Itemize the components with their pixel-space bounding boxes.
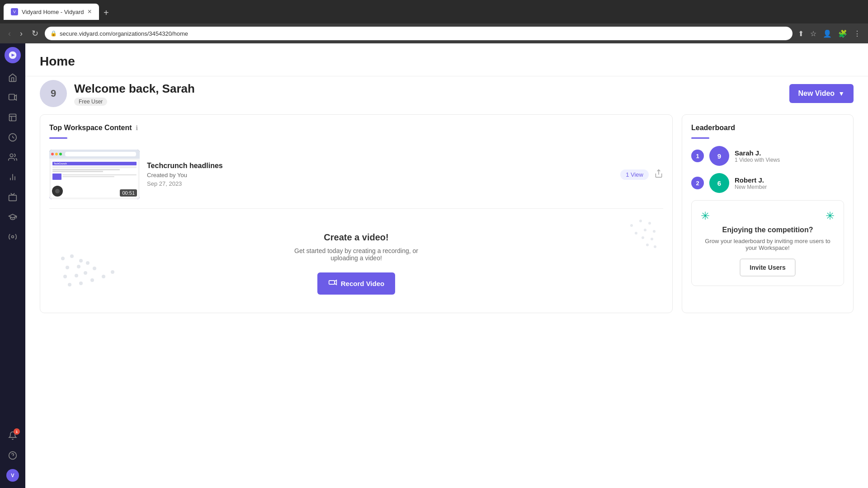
video-thumbnail[interactable]: TechCrunch	[49, 150, 140, 199]
active-tab[interactable]: V Vidyard Home - Vidyard ×	[4, 4, 99, 20]
refresh-button[interactable]: ↻	[29, 27, 41, 40]
sidebar-item-channels[interactable]	[4, 188, 22, 206]
new-video-button[interactable]: New Video ▼	[789, 84, 854, 103]
integrations-icon	[8, 232, 17, 241]
profile-button[interactable]: 👤	[821, 28, 834, 40]
notification-badge: 1	[14, 428, 20, 435]
welcome-section: 9 Welcome back, Sarah Free User New Vide…	[25, 80, 868, 114]
video-title[interactable]: Techcrunch headlines	[147, 162, 613, 170]
svg-point-10	[10, 154, 13, 157]
video-actions: 1 View	[620, 169, 663, 180]
insights-icon	[8, 173, 17, 182]
video-date: Sep 27, 2023	[147, 180, 613, 187]
leaderboard-header: Leaderboard	[691, 124, 844, 132]
share-icon[interactable]	[654, 169, 663, 180]
sidebar-item-library[interactable]	[4, 108, 22, 127]
sidebar-item-integrations[interactable]	[4, 228, 22, 246]
welcome-left: 9 Welcome back, Sarah Free User	[40, 80, 195, 107]
cards-row: Top Workspace Content ℹ	[25, 114, 868, 313]
record-video-button[interactable]: Record Video	[317, 272, 395, 295]
sidebar-item-help[interactable]	[4, 446, 22, 465]
analytics-icon	[8, 133, 17, 142]
address-bar[interactable]: 🔒 secure.vidyard.com/organizations/34543…	[45, 27, 793, 40]
user-avatar-small: V	[6, 469, 19, 482]
svg-point-38	[644, 229, 646, 231]
competition-emojis: ✳ ✳	[701, 210, 835, 222]
svg-line-9	[13, 137, 14, 138]
svg-point-21	[79, 259, 83, 263]
page-header: Home	[25, 43, 868, 76]
courses-icon	[8, 212, 17, 221]
svg-point-24	[86, 261, 90, 265]
video-creator: Created by You	[147, 172, 613, 178]
tab-title: Vidyard Home - Vidyard	[22, 9, 84, 15]
svg-point-26	[75, 274, 78, 277]
svg-point-19	[61, 257, 65, 260]
svg-point-23	[77, 265, 80, 268]
sidebar-item-videos[interactable]	[4, 89, 22, 107]
video-item: TechCrunch	[49, 146, 663, 203]
leaderboard-item-1: 1 9 Sarah J. 1 Video with Views	[691, 146, 844, 166]
leaderboard-user-name-2: Robert J.	[735, 176, 767, 184]
record-video-label: Record Video	[341, 280, 384, 287]
svg-point-28	[93, 267, 96, 270]
team-icon	[8, 153, 17, 162]
video-duration: 00:51	[120, 189, 137, 197]
leaderboard-avatar-1: 9	[709, 146, 729, 166]
svg-rect-4	[9, 114, 16, 121]
info-icon[interactable]: ℹ	[136, 124, 138, 131]
extensions-button[interactable]: 🧩	[836, 28, 849, 40]
leaderboard-user-info-2: Robert J. New Member	[735, 176, 767, 190]
sidebar-item-home[interactable]	[4, 69, 22, 87]
sidebar-logo[interactable]	[5, 47, 21, 63]
library-icon	[8, 113, 17, 122]
svg-point-22	[66, 266, 69, 269]
url-text: secure.vidyard.com/organizations/3454320…	[60, 30, 188, 37]
bookmark-button[interactable]: ☆	[808, 28, 818, 40]
svg-point-27	[84, 271, 87, 275]
leaderboard-user-stat-1: 1 Video with Views	[735, 157, 780, 163]
invite-users-button[interactable]: Invite Users	[740, 258, 795, 277]
top-content-card: Top Workspace Content ℹ	[40, 114, 673, 313]
create-video-title: Create a video!	[58, 232, 654, 243]
tab-favicon: V	[11, 8, 18, 15]
record-icon	[328, 278, 337, 289]
svg-marker-3	[14, 95, 16, 100]
menu-button[interactable]: ⋮	[852, 28, 863, 40]
leaderboard-user-info-1: Sarah J. 1 Video with Views	[735, 149, 780, 163]
svg-point-25	[63, 275, 67, 278]
lock-icon: 🔒	[50, 30, 57, 37]
competition-title: Enjoying the competition?	[701, 226, 835, 234]
sidebar-item-notifications[interactable]: 1	[4, 427, 22, 445]
sidebar-item-team[interactable]	[4, 148, 22, 166]
svg-point-35	[639, 220, 642, 222]
rank-badge-2: 2	[691, 177, 704, 189]
svg-rect-44	[329, 281, 335, 284]
dots-decoration-left	[58, 249, 131, 295]
leaderboard-user-name-1: Sarah J.	[735, 149, 780, 157]
svg-marker-45	[335, 280, 336, 285]
sidebar-item-courses[interactable]	[4, 208, 22, 226]
svg-point-36	[630, 224, 633, 227]
svg-point-30	[79, 282, 83, 285]
dots-decoration-right	[613, 219, 659, 255]
new-tab-button[interactable]: +	[100, 6, 113, 20]
back-button[interactable]: ‹	[5, 27, 14, 40]
sidebar-item-analytics[interactable]	[4, 128, 22, 146]
svg-point-20	[70, 254, 74, 258]
user-avatar: 9	[40, 80, 67, 107]
svg-point-42	[654, 245, 656, 248]
tab-close-button[interactable]: ×	[88, 8, 92, 15]
video-info: Techcrunch headlines Created by You Sep …	[147, 162, 613, 187]
svg-point-32	[102, 275, 105, 278]
svg-point-41	[642, 236, 644, 239]
leaderboard-user-stat-2: New Member	[735, 184, 767, 190]
svg-point-29	[68, 283, 71, 286]
channels-icon	[8, 192, 17, 202]
share-page-button[interactable]: ⬆	[796, 28, 806, 40]
sidebar-item-insights[interactable]	[4, 168, 22, 186]
svg-point-39	[635, 232, 637, 235]
sidebar-item-user-settings[interactable]: V	[4, 466, 22, 484]
help-icon	[8, 451, 17, 460]
forward-button[interactable]: ›	[17, 27, 25, 40]
